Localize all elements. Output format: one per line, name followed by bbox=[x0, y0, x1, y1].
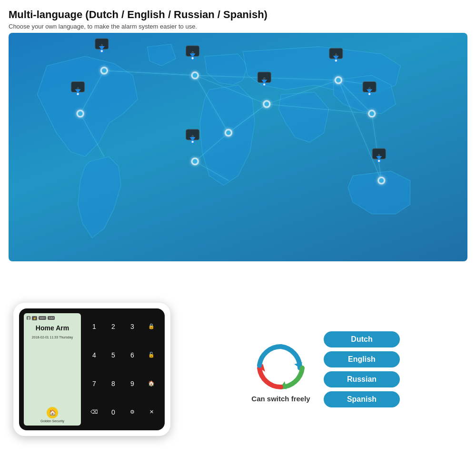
key-cancel[interactable]: ✕ bbox=[143, 399, 160, 426]
svg-point-25 bbox=[264, 102, 269, 107]
key-5[interactable]: 5 bbox=[105, 342, 122, 368]
key-lock[interactable]: 🔒 bbox=[143, 313, 160, 340]
svg-point-35 bbox=[193, 159, 198, 164]
svg-point-33 bbox=[379, 178, 384, 183]
key-9[interactable]: 9 bbox=[124, 370, 141, 397]
svg-point-63 bbox=[377, 159, 380, 162]
switch-section: Can switch freely DutchEnglishRussianSpa… bbox=[180, 267, 467, 471]
wifi-icon: WiFi bbox=[39, 316, 46, 320]
svg-point-55 bbox=[335, 59, 337, 62]
golden-security-logo-icon: 🏠 bbox=[47, 407, 58, 418]
alarm-panel: ▓ ⚡ WiFi SIM Home Arm 2018-02-01 11:33 T… bbox=[13, 303, 170, 436]
svg-point-59 bbox=[368, 93, 371, 96]
bottom-section: ▓ ⚡ WiFi SIM Home Arm 2018-02-01 11:33 T… bbox=[9, 267, 467, 471]
keypad: 1 2 3 🔒 4 5 6 🔓 7 8 9 🏠 ⌫ 0 ⚙ bbox=[86, 313, 160, 426]
lcd-logo-area: 🏠 Golden Security bbox=[27, 407, 78, 423]
svg-line-8 bbox=[372, 114, 381, 181]
world-map-section: ⌂ ⌂ ⌂ ⌂ bbox=[9, 33, 467, 261]
key-7[interactable]: 7 bbox=[86, 370, 103, 397]
svg-point-21 bbox=[102, 68, 107, 73]
key-settings[interactable]: ⚙ bbox=[124, 399, 141, 426]
circular-arrows: Can switch freely bbox=[248, 336, 314, 403]
sim-icon: SIM bbox=[48, 316, 55, 320]
panel-inner: ▓ ⚡ WiFi SIM Home Arm 2018-02-01 11:33 T… bbox=[19, 308, 165, 430]
lcd-screen: ▓ ⚡ WiFi SIM Home Arm 2018-02-01 11:33 T… bbox=[24, 313, 81, 426]
key-unlock[interactable]: 🔓 bbox=[143, 342, 160, 368]
lang-badge-russian: Russian bbox=[324, 371, 400, 387]
world-map-svg: ⌂ ⌂ ⌂ ⌂ bbox=[9, 33, 467, 261]
page-wrapper: Multi-language (Dutch / English / Russia… bbox=[0, 0, 476, 476]
lcd-top-bar: ▓ ⚡ WiFi SIM bbox=[27, 316, 78, 320]
lcd-datetime: 2018-02-01 11:33 Thursday bbox=[27, 336, 78, 339]
languages-list: DutchEnglishRussianSpanish bbox=[324, 331, 400, 407]
lcd-home-arm-text: Home Arm bbox=[27, 324, 78, 332]
key-4[interactable]: 4 bbox=[86, 342, 103, 368]
key-backspace[interactable]: ⌫ bbox=[86, 399, 103, 426]
svg-point-27 bbox=[226, 130, 231, 135]
lcd-brand-text: Golden Security bbox=[40, 419, 64, 423]
svg-point-31 bbox=[369, 111, 374, 116]
key-0[interactable]: 0 bbox=[105, 399, 122, 426]
battery-icon: ▓ bbox=[27, 316, 30, 320]
header: Multi-language (Dutch / English / Russia… bbox=[9, 9, 467, 30]
lang-badge-dutch: Dutch bbox=[324, 331, 400, 347]
svg-point-23 bbox=[78, 111, 83, 116]
circular-arrows-svg bbox=[252, 339, 309, 392]
lang-badge-english: English bbox=[324, 351, 400, 367]
can-switch-text: Can switch freely bbox=[251, 395, 310, 403]
svg-point-39 bbox=[191, 57, 194, 60]
power-icon: ⚡ bbox=[32, 316, 37, 320]
key-3[interactable]: 3 bbox=[124, 313, 141, 340]
key-6[interactable]: 6 bbox=[124, 342, 141, 368]
lang-badge-spanish: Spanish bbox=[324, 391, 400, 407]
page-title: Multi-language (Dutch / English / Russia… bbox=[9, 9, 467, 21]
svg-point-29 bbox=[336, 78, 341, 82]
key-home[interactable]: 🏠 bbox=[143, 370, 160, 397]
svg-point-67 bbox=[191, 140, 194, 143]
key-2[interactable]: 2 bbox=[105, 313, 122, 340]
svg-point-43 bbox=[100, 50, 103, 52]
key-1[interactable]: 1 bbox=[86, 313, 103, 340]
page-subtitle: Choose your own language, to make the al… bbox=[9, 23, 467, 30]
svg-point-19 bbox=[193, 73, 198, 78]
svg-point-51 bbox=[263, 83, 266, 86]
svg-point-47 bbox=[77, 93, 79, 96]
alarm-panel-wrapper: ▓ ⚡ WiFi SIM Home Arm 2018-02-01 11:33 T… bbox=[9, 267, 175, 471]
key-8[interactable]: 8 bbox=[105, 370, 122, 397]
